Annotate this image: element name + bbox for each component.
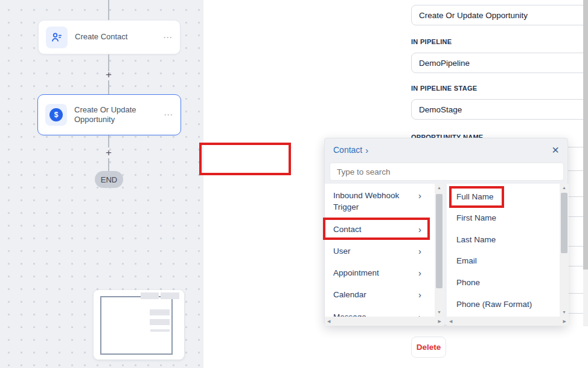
scroll-down-icon[interactable]: ▼ [560,308,569,317]
workflow-canvas[interactable]: Create Contact ⋯ + $ Create Or Update Op… [0,0,203,368]
scroll-up-icon[interactable]: ▲ [435,184,444,192]
chevron-right-icon: › [418,190,421,201]
menu-item-inbound-webhook-trigger[interactable]: Inbound Webhook Trigger › [325,190,435,213]
category-horizontal-scrollbar[interactable]: ◀ ▶ [325,317,444,326]
panel-scrollbar[interactable] [583,0,588,326]
pipeline-label: IN PIPELINE [411,38,452,45]
popup-search-input[interactable] [330,163,564,181]
end-node: END [95,171,123,188]
custom-values-popup: Contact › × Inbound Webhook Trigger › Co… [324,138,568,325]
chevron-right-icon: › [418,245,421,257]
scroll-left-icon[interactable]: ◀ [449,319,452,324]
node-label: Create Or Update Opportunity [74,105,164,125]
node-create-contact[interactable]: Create Contact ⋯ [38,20,181,54]
connector-line [108,135,109,147]
popup-header: Contact › × [325,138,567,161]
minimap[interactable] [94,290,184,360]
menu-item-appointment[interactable]: Appointment › [325,267,435,279]
field-item-full-name[interactable]: Full Name [447,191,560,202]
node-menu-icon[interactable]: ⋯ [163,32,173,43]
workflow-editor: Create Contact ⋯ + $ Create Or Update Op… [0,0,588,368]
popup-field-list: Full Name First Name Last Name Email Pho… [447,184,569,326]
connector-line [108,0,109,20]
minimap-viewport[interactable] [100,296,173,355]
scroll-right-icon[interactable]: ▶ [438,319,441,324]
menu-item-user[interactable]: User › [325,245,435,257]
field-item-phone-raw-format[interactable]: Phone (Raw Format) [447,299,560,310]
stage-label: IN PIPELINE STAGE [411,85,477,92]
field-item-email[interactable]: Email [447,255,560,266]
close-icon[interactable]: × [552,144,559,156]
connector-line [108,158,109,171]
popup-category-list: Inbound Webhook Trigger › Contact › User… [325,184,444,326]
scroll-left-icon[interactable]: ◀ [327,319,330,324]
action-title-input[interactable] [411,5,588,25]
category-vertical-scrollbar[interactable]: ▲ ▼ [435,184,444,317]
panel-scrollbar-thumb[interactable] [583,0,588,270]
chevron-right-icon: › [418,289,421,300]
scroll-up-icon[interactable]: ▲ [560,184,569,192]
delete-button[interactable]: Delete [411,337,446,358]
scroll-right-icon[interactable]: ▶ [563,319,566,324]
field-item-phone[interactable]: Phone [447,277,560,288]
add-step-button[interactable]: + [103,69,114,80]
pipeline-select[interactable]: DemoPipeline [411,53,588,73]
field-item-last-name[interactable]: Last Name [447,234,560,245]
scroll-down-icon[interactable]: ▼ [435,308,444,317]
node-create-or-update-opportunity[interactable]: $ Create Or Update Opportunity ⋯ [37,94,181,135]
stage-select[interactable]: DemoStage [411,99,588,120]
contact-icon [46,27,68,48]
chevron-right-icon: › [418,267,421,279]
connector-line [108,80,109,94]
node-menu-icon[interactable]: ⋯ [164,109,173,120]
field-vertical-scrollbar[interactable]: ▲ ▼ [560,184,569,317]
chevron-right-icon: › [418,224,421,235]
add-step-button[interactable]: + [103,147,114,158]
node-label: Create Contact [75,32,163,42]
menu-item-calendar[interactable]: Calendar › [325,289,435,300]
field-item-first-name[interactable]: First Name [447,212,560,224]
opportunity-icon: $ [45,104,67,126]
breadcrumb[interactable]: Contact [333,145,362,155]
menu-item-contact[interactable]: Contact › [325,224,435,235]
field-horizontal-scrollbar[interactable]: ◀ ▶ [447,317,569,326]
chevron-right-icon: › [365,145,368,155]
